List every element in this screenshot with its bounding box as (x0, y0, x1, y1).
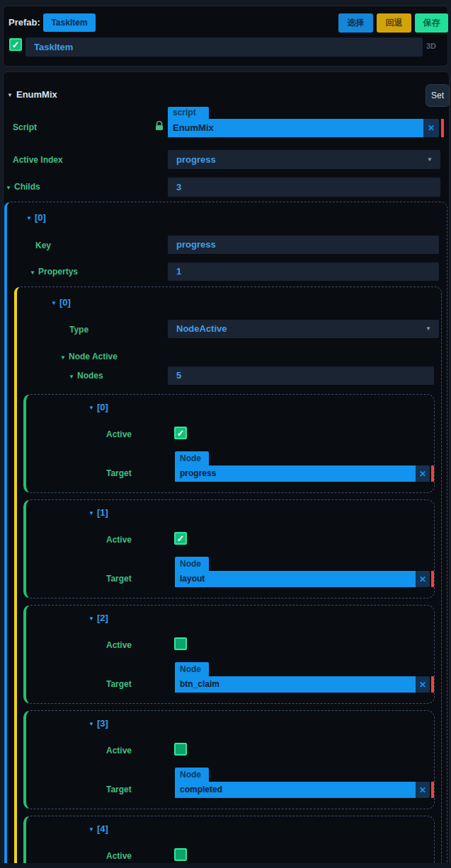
active-checkbox[interactable] (174, 848, 187, 861)
propertys-count: 1 (176, 266, 181, 277)
script-value-field[interactable]: EnumMix (168, 119, 423, 137)
target-label: Target (106, 679, 132, 689)
script-clear-icon[interactable]: ✕ (423, 119, 439, 137)
node-entry-collapse-icon[interactable]: ▼ (89, 403, 94, 413)
node-entry-index: [0] (97, 402, 108, 412)
active-index-value: progress (176, 154, 216, 165)
active-checkbox[interactable] (174, 637, 187, 650)
childs-label: Childs (14, 182, 40, 192)
node-entry-3: ▼ [3] Active Target Node completed ✕ (23, 710, 435, 809)
active-checkbox[interactable] (174, 532, 187, 545)
active-label: Active (106, 640, 132, 650)
property0-collapse-icon[interactable]: ▼ (51, 299, 57, 308)
node-entry-collapse-icon[interactable]: ▼ (89, 719, 94, 729)
node-name: TaskItem (34, 42, 73, 52)
target-modified-bar (431, 782, 434, 798)
node-active-collapse-icon[interactable]: ▼ (60, 353, 66, 363)
node-active-checkbox[interactable] (9, 38, 22, 51)
lock-icon (155, 121, 164, 134)
target-label: Target (106, 468, 132, 478)
child0-index: [0] (35, 212, 46, 223)
target-label: Target (106, 785, 132, 794)
node-entry-1: ▼ [1] Active Target Node layout ✕ (23, 499, 435, 598)
active-index-label: Active Index (13, 155, 63, 165)
badge-3d: 3D (426, 42, 436, 50)
property0-index: [0] (59, 297, 71, 308)
target-label: Target (106, 574, 132, 584)
node-entry-0: ▼ [0] Active Target Node progress ✕ (23, 394, 435, 493)
component-collapse-icon[interactable]: ▼ (7, 91, 13, 100)
key-value: progress (176, 239, 216, 250)
target-clear-icon[interactable]: ✕ (416, 571, 430, 587)
node-entry-index: [4] (97, 823, 108, 834)
child0-collapse-icon[interactable]: ▼ (26, 214, 32, 224)
chevron-down-icon: ▼ (427, 150, 433, 169)
type-dropdown[interactable]: NodeActive ▼ (168, 320, 439, 338)
select-button[interactable]: 选择 (338, 13, 373, 33)
chevron-down-icon: ▼ (426, 320, 431, 338)
revert-button[interactable]: 回退 (377, 13, 411, 33)
target-type-tag: Node (175, 557, 209, 571)
type-value: NodeActive (176, 323, 227, 334)
prefab-asset-button[interactable]: TaskItem (43, 13, 96, 32)
target-type-tag: Node (175, 662, 209, 676)
node-entry-index: [2] (97, 613, 108, 623)
propertys-label: Propertys (38, 267, 78, 277)
panel-bottom-edge (0, 863, 451, 868)
node-entry-2: ▼ [2] Active Target Node btn_claim ✕ (23, 605, 435, 704)
active-label: Active (106, 851, 132, 861)
propertys-collapse-icon[interactable]: ▼ (30, 268, 35, 278)
target-modified-bar (431, 465, 434, 482)
active-label: Active (106, 429, 132, 439)
script-modified-bar (441, 119, 444, 137)
target-modified-bar (431, 676, 434, 693)
active-label: Active (106, 746, 132, 756)
active-checkbox[interactable] (174, 743, 187, 756)
node-entry-collapse-icon[interactable]: ▼ (89, 825, 94, 835)
target-node-field[interactable]: btn_claim (175, 676, 416, 693)
target-clear-icon[interactable]: ✕ (416, 782, 430, 798)
node-entry-collapse-icon[interactable]: ▼ (89, 614, 94, 624)
key-label: Key (35, 241, 51, 250)
script-type-tag: script (168, 107, 209, 119)
target-clear-icon[interactable]: ✕ (416, 676, 430, 693)
active-label: Active (106, 535, 132, 545)
target-modified-bar (431, 571, 434, 587)
node-name-field[interactable]: TaskItem (25, 37, 423, 57)
script-label: Script (13, 122, 37, 132)
target-type-tag: Node (175, 451, 209, 465)
prefab-label: Prefab: (8, 17, 40, 28)
set-button[interactable]: Set (426, 84, 450, 107)
nodes-count-field[interactable]: 5 (168, 366, 434, 385)
node-entry-index: [1] (97, 507, 108, 518)
node-entry-collapse-icon[interactable]: ▼ (89, 509, 94, 519)
type-label: Type (69, 325, 89, 335)
target-type-tag: Node (175, 768, 209, 782)
component-title: EnumMix (16, 89, 57, 100)
save-button[interactable]: 保存 (415, 13, 448, 33)
nodes-label: Nodes (77, 371, 103, 381)
childs-count: 3 (176, 182, 181, 192)
key-field[interactable]: progress (168, 236, 439, 254)
target-node-field[interactable]: progress (175, 465, 416, 482)
nodes-count: 5 (176, 370, 181, 381)
node-active-label: Node Active (69, 352, 118, 361)
propertys-count-field[interactable]: 1 (168, 262, 439, 281)
node-entry-4: ▼ [4] Active (23, 816, 435, 868)
target-node-field[interactable]: layout (175, 571, 416, 587)
childs-count-field[interactable]: 3 (168, 178, 440, 197)
node-entry-index: [3] (97, 718, 108, 729)
active-checkbox[interactable] (174, 427, 187, 439)
active-index-dropdown[interactable]: progress ▼ (168, 150, 440, 169)
target-node-field[interactable]: completed (175, 782, 416, 798)
nodes-collapse-icon[interactable]: ▼ (69, 372, 74, 382)
childs-collapse-icon[interactable]: ▼ (6, 183, 11, 193)
target-clear-icon[interactable]: ✕ (416, 465, 430, 482)
